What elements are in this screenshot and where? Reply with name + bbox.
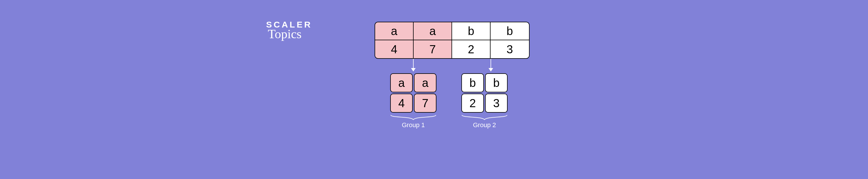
group-cell: 4 — [390, 94, 413, 113]
value-cell: 3 — [491, 40, 529, 58]
value-cell: 2 — [452, 40, 491, 58]
split-arrows — [375, 59, 530, 73]
scaler-topics-logo: SCALER Topics — [266, 20, 312, 42]
value-cell: 7 — [413, 40, 452, 58]
groupby-diagram: a a b b 4 7 2 3 a a 4 7 Group 1 — [375, 22, 530, 73]
key-cell: b — [491, 22, 529, 40]
group-cell: a — [414, 73, 436, 93]
table-row: 4 7 2 3 — [375, 40, 529, 58]
key-cell: a — [375, 22, 413, 40]
value-cell: 4 — [375, 40, 413, 58]
brace-icon — [461, 114, 507, 120]
brace-icon — [390, 114, 436, 120]
group-cell: b — [461, 73, 484, 93]
group-label: Group 1 — [402, 121, 425, 129]
group-cell: b — [485, 73, 507, 93]
group-2: b b 2 3 Group 2 — [461, 73, 507, 129]
result-groups: a a 4 7 Group 1 b b 2 3 Group 2 — [390, 73, 507, 129]
group-cell: 3 — [485, 94, 507, 113]
key-cell: b — [452, 22, 491, 40]
group-cell: 2 — [461, 94, 484, 113]
arrow-down-icon — [413, 59, 413, 71]
group-table: a a 4 7 — [390, 73, 436, 113]
group-cell: a — [390, 73, 413, 93]
group-cell: 7 — [414, 94, 436, 113]
group-1: a a 4 7 Group 1 — [390, 73, 436, 129]
key-cell: a — [413, 22, 452, 40]
arrow-down-icon — [491, 59, 491, 71]
source-table: a a b b 4 7 2 3 — [375, 22, 530, 59]
group-label: Group 2 — [473, 121, 496, 129]
group-table: b b 2 3 — [461, 73, 507, 113]
table-row: a a b b — [375, 22, 529, 40]
